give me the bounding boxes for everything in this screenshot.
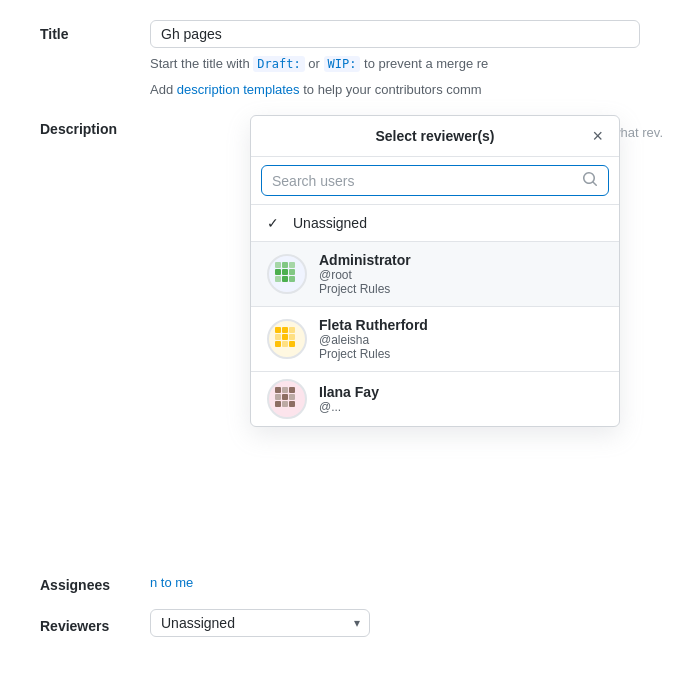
reviewers-content: Unassigned Administrator Fleta Rutherfor… <box>150 609 673 637</box>
fleta-avatar-svg <box>270 322 304 356</box>
svg-rect-1 <box>282 262 288 268</box>
description-label: Description <box>40 115 150 137</box>
user-name: Administrator <box>319 252 411 268</box>
modal-close-button[interactable]: × <box>588 125 607 147</box>
reviewer-modal: Select reviewer(s) × <box>250 115 620 427</box>
description-templates-link[interactable]: description templates <box>177 82 300 97</box>
list-item[interactable]: Ilana Fay @... <box>251 372 619 426</box>
assignees-content: n to me <box>150 575 673 590</box>
reviewers-label: Reviewers <box>40 612 150 634</box>
svg-rect-18 <box>275 387 281 393</box>
assignees-label: Assignees <box>40 571 150 593</box>
svg-rect-2 <box>282 269 288 275</box>
modal-header: Select reviewer(s) × <box>251 116 619 157</box>
reviewers-row: Reviewers Unassigned Administrator Fleta… <box>40 609 673 637</box>
user-handle: @... <box>319 400 379 414</box>
search-input[interactable] <box>272 173 582 189</box>
description-content: what rev. Select reviewer(s) × <box>150 115 673 555</box>
hint-add-text: Add <box>150 82 177 97</box>
svg-rect-23 <box>289 394 295 400</box>
avatar <box>267 319 307 359</box>
svg-rect-24 <box>275 401 281 407</box>
svg-rect-15 <box>289 341 295 347</box>
svg-rect-5 <box>275 262 281 268</box>
title-content: Start the title with Draft: or WIP: to p… <box>150 20 673 99</box>
title-input[interactable] <box>150 20 640 48</box>
user-info: Ilana Fay @... <box>319 384 379 414</box>
user-name: Ilana Fay <box>319 384 379 400</box>
svg-rect-13 <box>275 341 281 347</box>
user-role: Project Rules <box>319 282 411 296</box>
user-handle: @aleisha <box>319 333 428 347</box>
svg-rect-17 <box>275 327 281 333</box>
svg-rect-14 <box>282 341 288 347</box>
svg-rect-10 <box>275 334 281 340</box>
hint-wip: WIP: <box>324 56 361 72</box>
list-item[interactable]: Administrator @root Project Rules <box>251 242 619 307</box>
title-hint: Start the title with Draft: or WIP: to p… <box>150 54 673 74</box>
title-row: Title Start the title with Draft: or WIP… <box>40 20 673 99</box>
svg-rect-3 <box>289 269 295 275</box>
hint-text-end: to prevent a merge re <box>360 56 488 71</box>
user-info: Fleta Rutherford @aleisha Project Rules <box>319 317 428 361</box>
hint-add-row: Add description templates to help your c… <box>150 80 673 100</box>
search-wrapper <box>261 165 609 196</box>
svg-rect-11 <box>282 334 288 340</box>
svg-rect-9 <box>282 327 288 333</box>
checkmark-icon: ✓ <box>267 215 283 231</box>
svg-rect-4 <box>282 276 288 282</box>
svg-rect-0 <box>275 269 281 275</box>
svg-rect-21 <box>275 394 281 400</box>
svg-rect-12 <box>289 334 295 340</box>
unassigned-item[interactable]: ✓ Unassigned <box>251 205 619 242</box>
user-list: ✓ Unassigned <box>251 205 619 426</box>
svg-rect-6 <box>289 262 295 268</box>
user-handle: @root <box>319 268 411 282</box>
user-info: Administrator @root Project Rules <box>319 252 411 296</box>
svg-rect-8 <box>289 276 295 282</box>
search-icon <box>582 171 598 190</box>
ilana-avatar-svg <box>270 382 304 416</box>
title-label: Title <box>40 20 150 42</box>
user-role: Project Rules <box>319 347 428 361</box>
avatar <box>267 379 307 419</box>
svg-rect-25 <box>282 401 288 407</box>
description-row: Description what rev. Select reviewer(s)… <box>40 115 673 555</box>
list-item[interactable]: Fleta Rutherford @aleisha Project Rules <box>251 307 619 372</box>
hint-text-start: Start the title with <box>150 56 253 71</box>
admin-avatar-svg <box>270 257 304 291</box>
svg-rect-20 <box>289 387 295 393</box>
svg-rect-22 <box>282 394 288 400</box>
hint-or: or <box>308 56 320 71</box>
hint-draft: Draft: <box>253 56 304 72</box>
svg-rect-7 <box>275 276 281 282</box>
svg-rect-26 <box>289 401 295 407</box>
avatar <box>267 254 307 294</box>
user-name: Fleta Rutherford <box>319 317 428 333</box>
reviewer-select-wrapper: Unassigned Administrator Fleta Rutherfor… <box>150 609 370 637</box>
assignees-row: Assignees n to me <box>40 571 673 593</box>
hint-add-end: to help your contributors comm <box>300 82 482 97</box>
svg-rect-16 <box>289 327 295 333</box>
assign-to-me-link[interactable]: n to me <box>150 575 193 590</box>
reviewer-select[interactable]: Unassigned Administrator Fleta Rutherfor… <box>150 609 370 637</box>
search-container <box>251 157 619 205</box>
unassigned-label: Unassigned <box>293 215 367 231</box>
assign-to-me-text: n to me <box>150 575 193 590</box>
svg-rect-19 <box>282 387 288 393</box>
modal-title: Select reviewer(s) <box>375 128 494 144</box>
